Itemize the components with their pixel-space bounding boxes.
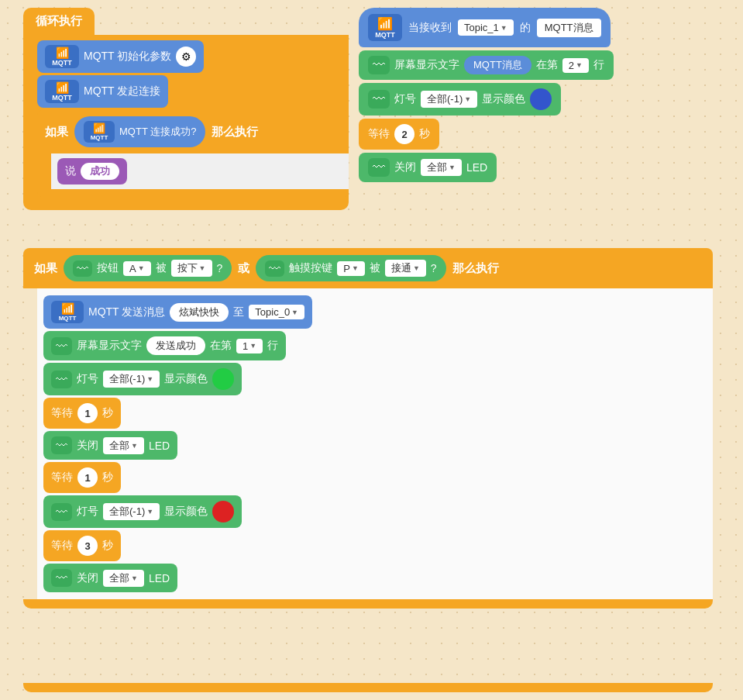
all-dropdown-l[interactable]: 全部(-1) ▼ [103, 371, 160, 388]
if-button-section: 如果 〰 按钮 A ▼ 被 按下 ▼ ? 或 〰 触摸按键 [23, 248, 713, 609]
row-unit-l: 行 [267, 339, 278, 353]
show-color-l2: 显示颜色 [164, 505, 208, 519]
wait-num-r: 2 [394, 124, 414, 144]
led-all-l: 灯号 [77, 372, 98, 386]
if-label: 如果 [45, 125, 68, 140]
screen-show-block-right[interactable]: 〰 屏幕显示文字 MQTT消息 在第 2 ▼ 行 [359, 50, 614, 80]
mqtt-receive-hat: 📶 MQTT 当接收到 Topic_1 ▼ 的 MQTT消息 [359, 8, 611, 47]
sec-l2: 秒 [102, 471, 113, 484]
mqtt-connect-label: MQTT 发起连接 [84, 84, 160, 98]
led-all-label-r: 灯号 [394, 92, 416, 106]
press-down-dropdown[interactable]: 按下 ▼ [171, 260, 212, 277]
wait1-block[interactable]: 等待 1 秒 [43, 398, 121, 429]
wait-block-right[interactable]: 等待 2 秒 [359, 119, 439, 150]
row1-dropdown[interactable]: 1 ▼ [236, 339, 263, 353]
mqtt-init-block[interactable]: 📶 MQTT MQTT 初始化参数 ⚙ [37, 40, 204, 73]
send-content: 炫斌快快 [170, 303, 229, 322]
wait-l3: 等待 [51, 539, 73, 553]
led-color-block-right[interactable]: 〰 灯号 全部(-1) ▼ 显示颜色 [359, 83, 561, 116]
send-success-value: 发送成功 [146, 336, 205, 355]
led-all-l2: 灯号 [77, 505, 98, 519]
at-row-label-r: 在第 [536, 58, 558, 72]
all-dropdown-close-r[interactable]: 全部 ▼ [421, 159, 462, 176]
led-l1: LED [149, 440, 170, 452]
color-dot-red[interactable] [212, 501, 234, 522]
led-l2: LED [149, 572, 170, 584]
row-unit-r: 行 [593, 58, 604, 72]
all-dropdown-c2[interactable]: 全部 ▼ [103, 570, 144, 587]
sec-l3: 秒 [102, 539, 113, 553]
loop-container: 循环执行 📶 MQTT MQTT 初始化参数 ⚙ 📶 [23, 8, 349, 210]
if-button-header: 如果 〰 按钮 A ▼ 被 按下 ▼ ? 或 〰 触摸按键 [23, 248, 713, 288]
pressed-label: 被 [156, 261, 167, 275]
mqtt-send-block[interactable]: 📶 MQTT MQTT 发送消息 炫斌快快 至 Topic_0 ▼ [43, 295, 312, 329]
screen-show-block-left[interactable]: 〰 屏幕显示文字 发送成功 在第 1 ▼ 行 [43, 331, 286, 360]
wait-l: 等待 [51, 406, 73, 420]
if2-label: 如果 [34, 261, 57, 276]
led-icon-screen: 〰 [368, 56, 390, 74]
of-label: 的 [520, 21, 531, 35]
question-mark2: ? [431, 262, 437, 274]
then2-label: 那么执行 [452, 261, 499, 276]
wait3-block[interactable]: 等待 3 秒 [43, 530, 121, 561]
wait1b-num: 1 [77, 467, 98, 488]
wait1b-block[interactable]: 等待 1 秒 [43, 462, 121, 493]
mqtt-init-label: MQTT 初始化参数 [84, 50, 171, 64]
topic0-dropdown[interactable]: Topic_0 ▼ [249, 305, 304, 319]
say-label: 说 [65, 164, 76, 178]
mqtt-connected-label: MQTT 连接成功? [119, 125, 196, 139]
mqtt-msg-label: MQTT消息 [537, 19, 601, 37]
mqtt-connect-block[interactable]: 📶 MQTT MQTT 发起连接 [37, 75, 168, 108]
right-mqtt-section: 📶 MQTT 当接收到 Topic_1 ▼ 的 MQTT消息 〰 屏幕显示文字 … [359, 8, 723, 182]
wait1-num: 1 [77, 403, 98, 423]
gear-button[interactable]: ⚙ [176, 47, 196, 67]
button-condition[interactable]: 〰 按钮 A ▼ 被 按下 ▼ ? [64, 255, 232, 281]
screen-show-label-r: 屏幕显示文字 [394, 58, 459, 72]
when-receive-label: 当接收到 [408, 21, 452, 35]
close-led2[interactable]: 〰 关闭 全部 ▼ LED [43, 564, 177, 592]
row2-dropdown[interactable]: 2 ▼ [562, 58, 589, 73]
connect-dropdown[interactable]: 接通 ▼ [385, 260, 426, 277]
mqtt-send-label: MQTT 发送消息 [88, 305, 165, 319]
say-block[interactable]: 说 成功 [57, 158, 127, 184]
close-led-block-right[interactable]: 〰 关闭 全部 ▼ LED [359, 153, 497, 182]
led-icon-close-r: 〰 [368, 158, 390, 177]
screen-show-label-l: 屏幕显示文字 [77, 339, 142, 353]
if-mqtt-connected: 如果 📶 MQTT MQTT 连接成功? 那么执行 [37, 110, 349, 197]
mqtt-icon-receive: 📶 MQTT [368, 14, 402, 41]
button-a-dropdown[interactable]: A ▼ [123, 261, 151, 276]
to-label: 至 [233, 305, 244, 319]
led-green-block[interactable]: 〰 灯号 全部(-1) ▼ 显示颜色 [43, 363, 242, 395]
close-led1[interactable]: 〰 关闭 全部 ▼ LED [43, 431, 177, 460]
touch-condition[interactable]: 〰 触摸按键 P ▼ 被 接通 ▼ ? [256, 255, 445, 281]
say-value: 成功 [81, 163, 119, 180]
show-color-l: 显示颜色 [164, 372, 208, 386]
button-label: 按钮 [97, 261, 119, 275]
wait3-num: 3 [77, 536, 98, 556]
mqtt-icon-send: 📶 MQTT [51, 301, 84, 323]
mqtt-connected-condition[interactable]: 📶 MQTT MQTT 连接成功? [74, 116, 205, 147]
or-label: 或 [238, 261, 249, 276]
wait-l2: 等待 [51, 471, 73, 484]
mqtt-icon-init: 📶 MQTT [45, 45, 79, 68]
sec-label-r: 秒 [419, 127, 430, 141]
loop-label: 循环执行 [36, 14, 82, 27]
touch-label: 触摸按键 [289, 261, 332, 275]
all-dropdown-l2[interactable]: 全部(-1) ▼ [103, 503, 160, 520]
close-label-r: 关闭 [394, 160, 416, 174]
color-dot-blue[interactable] [530, 88, 552, 110]
loop-footer-bar [23, 683, 713, 692]
close-l2: 关闭 [77, 571, 98, 585]
all-dropdown-r[interactable]: 全部(-1) ▼ [421, 91, 477, 108]
color-dot-green[interactable] [212, 368, 234, 390]
led-label-r: LED [466, 161, 487, 174]
topic1-dropdown[interactable]: Topic_1 ▼ [458, 19, 514, 36]
touch-p-dropdown[interactable]: P ▼ [337, 261, 365, 276]
mqtt-msg-value: MQTT消息 [464, 56, 531, 74]
led-red-block[interactable]: 〰 灯号 全部(-1) ▼ 显示颜色 [43, 495, 242, 528]
show-color-label-r: 显示颜色 [482, 92, 525, 106]
question-mark: ? [217, 262, 223, 274]
then-label: 那么执行 [212, 125, 258, 140]
connected-label: 被 [370, 261, 380, 275]
all-dropdown-c1[interactable]: 全部 ▼ [103, 437, 144, 454]
